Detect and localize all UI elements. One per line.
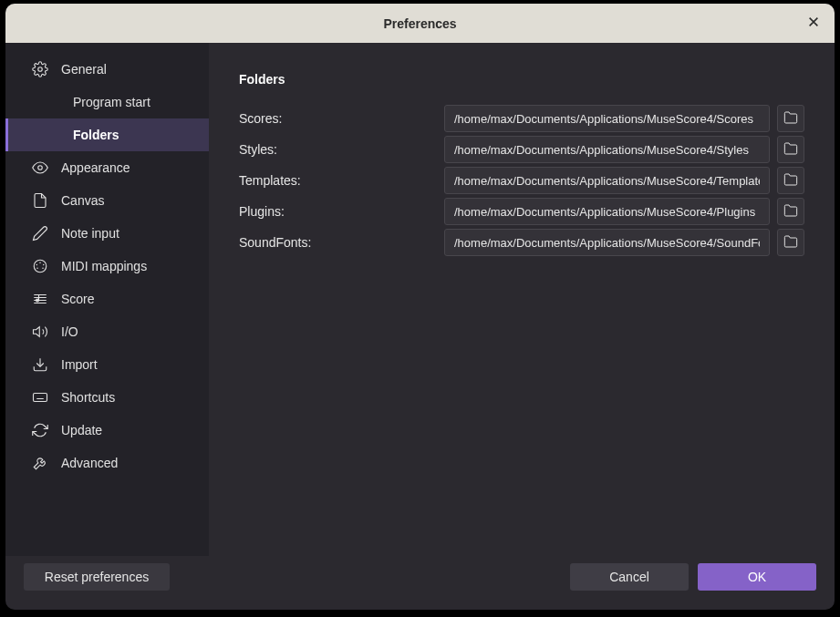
sidebar-item-label: Program start	[73, 95, 150, 109]
soundfonts-path-input[interactable]	[444, 229, 770, 256]
sidebar-item-label: Import	[61, 357, 98, 372]
scores-path-input[interactable]	[444, 105, 770, 132]
sidebar-item-shortcuts[interactable]: Shortcuts	[5, 381, 209, 414]
browse-button[interactable]	[777, 167, 804, 194]
field-label: Styles:	[239, 142, 444, 157]
close-button[interactable]	[800, 10, 827, 37]
browse-button[interactable]	[777, 136, 804, 163]
sidebar-item-label: MIDI mappings	[61, 259, 147, 273]
window-body: General Program start Folders Appearance…	[5, 43, 835, 556]
section-title: Folders	[239, 72, 804, 87]
field-label: Scores:	[239, 111, 444, 126]
sidebar: General Program start Folders Appearance…	[5, 43, 209, 556]
folder-row-soundfonts: SoundFonts:	[239, 229, 804, 256]
window-title: Preferences	[383, 16, 456, 31]
footer: Reset preferences Cancel OK	[5, 556, 835, 610]
refresh-icon	[32, 422, 48, 438]
wrench-icon	[32, 455, 48, 471]
sidebar-item-label: Score	[61, 292, 95, 306]
sidebar-item-label: Appearance	[61, 160, 130, 175]
reset-preferences-button[interactable]: Reset preferences	[24, 563, 170, 591]
sidebar-item-io[interactable]: I/O	[5, 315, 209, 348]
field-label: SoundFonts:	[239, 235, 444, 250]
svg-point-4	[36, 264, 38, 266]
sidebar-item-label: Update	[61, 423, 102, 437]
sidebar-item-advanced[interactable]: Advanced	[5, 447, 209, 479]
svg-point-2	[34, 260, 47, 273]
sidebar-item-import[interactable]: Import	[5, 348, 209, 381]
folder-row-templates: Templates:	[239, 167, 804, 194]
browse-button[interactable]	[777, 105, 804, 132]
folder-row-styles: Styles:	[239, 136, 804, 163]
sidebar-item-appearance[interactable]: Appearance	[5, 151, 209, 184]
folder-icon	[783, 141, 798, 159]
field-label: Templates:	[239, 173, 444, 188]
sidebar-item-folders[interactable]: Folders	[5, 118, 209, 151]
folder-row-scores: Scores:	[239, 105, 804, 132]
titlebar: Preferences	[5, 4, 835, 43]
svg-point-3	[39, 262, 41, 264]
folder-row-plugins: Plugins:	[239, 198, 804, 225]
folder-icon	[783, 172, 798, 190]
folder-icon	[783, 203, 798, 221]
cancel-button[interactable]: Cancel	[570, 563, 689, 591]
file-icon	[32, 192, 48, 209]
ok-button[interactable]: OK	[698, 563, 816, 591]
midi-icon	[32, 258, 48, 274]
plugins-path-input[interactable]	[444, 198, 770, 225]
sidebar-item-midi-mappings[interactable]: MIDI mappings	[5, 250, 209, 283]
svg-rect-9	[34, 394, 47, 402]
svg-point-0	[38, 67, 43, 72]
sidebar-item-label: Canvas	[61, 193, 104, 208]
speaker-icon	[32, 324, 48, 340]
sidebar-item-label: General	[61, 62, 107, 77]
svg-point-7	[42, 268, 44, 270]
sidebar-item-label: Shortcuts	[61, 390, 115, 405]
svg-point-5	[43, 264, 45, 266]
browse-button[interactable]	[777, 229, 804, 256]
gear-icon	[32, 61, 48, 77]
eye-icon	[32, 159, 48, 176]
templates-path-input[interactable]	[444, 167, 770, 194]
sidebar-item-label: Folders	[73, 128, 119, 142]
download-icon	[32, 356, 48, 373]
svg-point-1	[38, 166, 43, 170]
pencil-icon	[32, 225, 48, 242]
preferences-window: Preferences General Program start Folder…	[5, 4, 835, 610]
styles-path-input[interactable]	[444, 136, 770, 163]
sidebar-item-general[interactable]: General	[5, 53, 209, 86]
browse-button[interactable]	[777, 198, 804, 225]
sidebar-item-label: Advanced	[61, 456, 118, 470]
sidebar-item-note-input[interactable]: Note input	[5, 217, 209, 250]
sidebar-item-score[interactable]: Score	[5, 283, 209, 315]
svg-point-6	[36, 268, 38, 270]
sidebar-item-program-start[interactable]: Program start	[5, 86, 209, 118]
score-icon	[32, 291, 48, 307]
content-panel: Folders Scores: Styles:	[209, 43, 835, 556]
sidebar-item-label: Note input	[61, 226, 119, 241]
field-label: Plugins:	[239, 204, 444, 219]
sidebar-item-canvas[interactable]: Canvas	[5, 184, 209, 217]
sidebar-item-label: I/O	[61, 324, 78, 339]
folder-icon	[783, 110, 798, 128]
close-icon	[807, 15, 820, 32]
folder-icon	[783, 234, 798, 252]
keyboard-icon	[32, 389, 48, 406]
sidebar-item-update[interactable]: Update	[5, 414, 209, 447]
